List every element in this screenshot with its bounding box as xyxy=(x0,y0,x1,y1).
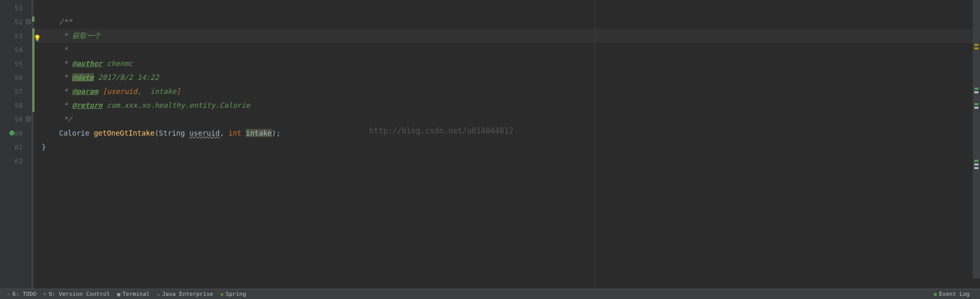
terminal-icon: ▣ xyxy=(117,291,121,297)
java-enterprise-tool-button[interactable]: ☕ Java Enterprise xyxy=(157,291,213,297)
line-number: 56 xyxy=(4,71,32,85)
terminal-tool-button[interactable]: ▣ Terminal xyxy=(117,291,150,297)
code-line[interactable] xyxy=(35,154,980,168)
event-log-button[interactable]: ● Event Log xyxy=(934,291,970,297)
line-number: 59 − xyxy=(4,112,32,126)
todo-tool-button[interactable]: ✓ 6: TODO xyxy=(7,291,36,297)
status-bar: ✓ 6: TODO ⑂ 9: Version Control ▣ Termina… xyxy=(0,289,980,299)
gutter: 51 52 − 53 💡 54 55 56 57 58 59 − 60 61 6… xyxy=(4,0,32,289)
fold-marker-icon[interactable]: − xyxy=(26,117,31,122)
vcs-tool-button[interactable]: ⑂ 9: Version Control xyxy=(43,291,110,297)
match-marker-icon[interactable] xyxy=(974,163,978,165)
change-marker-icon[interactable] xyxy=(974,103,978,105)
warning-marker-icon[interactable] xyxy=(974,47,978,49)
code-line[interactable]: */ xyxy=(35,112,980,126)
line-number: 57 xyxy=(4,85,32,98)
implement-marker-icon[interactable] xyxy=(9,130,14,136)
event-log-icon: ● xyxy=(934,291,937,297)
line-number: 62 xyxy=(4,154,32,168)
match-marker-icon[interactable] xyxy=(974,167,978,169)
fold-marker-icon[interactable]: − xyxy=(26,19,31,24)
code-line[interactable]: /** xyxy=(35,15,980,29)
line-number: 54 xyxy=(4,43,32,57)
line-number: 52 − xyxy=(4,15,32,29)
spring-icon: ❀ xyxy=(220,291,223,297)
java-enterprise-icon: ☕ xyxy=(157,291,160,297)
line-number: 55 xyxy=(4,57,32,71)
spring-tool-button[interactable]: ❀ Spring xyxy=(220,291,246,297)
line-number: 58 xyxy=(4,98,32,112)
code-line[interactable]: * @author chenmc xyxy=(35,57,980,71)
editor-scrollbar[interactable] xyxy=(973,0,980,278)
match-marker-icon[interactable] xyxy=(974,91,978,93)
code-area[interactable]: /** * 获取一个 * * @author chenmc * @date 20… xyxy=(35,0,980,289)
code-line[interactable] xyxy=(35,1,980,15)
code-line-active[interactable]: * 获取一个 xyxy=(35,29,980,43)
todo-icon: ✓ xyxy=(7,291,10,297)
line-number: 61 xyxy=(4,140,32,154)
branch-icon: ⑂ xyxy=(43,291,46,297)
intention-bulb-icon[interactable]: 💡 xyxy=(33,31,41,45)
line-number: 60 xyxy=(4,126,32,140)
code-line[interactable]: * xyxy=(35,43,980,57)
code-line[interactable]: * @date 2017/8/2 14:22 xyxy=(35,71,980,85)
change-marker-icon[interactable] xyxy=(974,88,978,90)
warning-marker-icon[interactable] xyxy=(974,44,978,46)
line-number: 51 xyxy=(4,1,32,15)
line-number: 53 💡 xyxy=(4,29,32,43)
change-marker-icon[interactable] xyxy=(974,160,978,162)
left-rail xyxy=(0,0,4,289)
code-line[interactable]: } xyxy=(35,140,980,154)
watermark-text: http://blog.csdn.net/u014044812 xyxy=(369,126,513,136)
code-line[interactable]: * @return com.xxx.xo.healthy.entity.Calo… xyxy=(35,98,980,112)
right-margin-line xyxy=(595,0,595,289)
code-line[interactable]: * @param [useruid, intake] xyxy=(35,85,980,98)
match-marker-icon[interactable] xyxy=(974,107,978,109)
